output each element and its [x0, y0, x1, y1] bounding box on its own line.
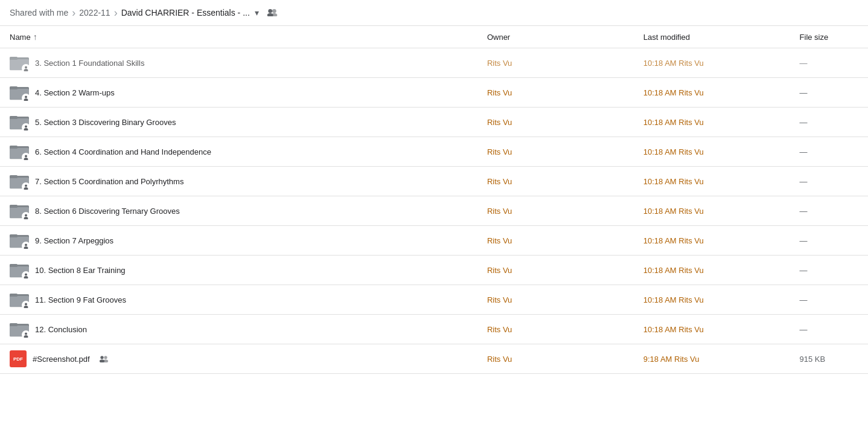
owner-cell: Rits Vu — [477, 48, 634, 78]
svg-point-39 — [24, 217, 28, 219]
breadcrumb: Shared with me › 2022-11 › David CHARRIE… — [0, 0, 868, 26]
file-name-label: #Screenshot.pdf — [33, 355, 90, 364]
modified-cell: 10:18 AM Rits Vu — [634, 167, 790, 196]
size-cell: — — [790, 256, 868, 285]
breadcrumb-dropdown-icon[interactable]: ▾ — [255, 8, 259, 18]
breadcrumb-2022-11[interactable]: 2022-11 — [79, 8, 110, 18]
svg-point-15 — [24, 98, 28, 101]
name-cell: 11. Section 9 Fat Grooves — [0, 285, 477, 315]
svg-point-62 — [25, 333, 27, 335]
breadcrumb-sep-1: › — [72, 7, 75, 18]
svg-rect-25 — [10, 146, 18, 149]
svg-point-38 — [25, 214, 27, 217]
name-cell: 8. Section 6 Discovering Ternary Grooves — [0, 196, 477, 226]
modified-cell: 10:18 AM Rits Vu — [634, 196, 790, 226]
svg-rect-31 — [10, 175, 18, 178]
name-cell: 5. Section 3 Discovering Binary Grooves — [0, 108, 477, 137]
breadcrumb-current-folder: David CHARRIER - Essentials - ... — [121, 8, 250, 18]
folder-icon — [10, 291, 29, 308]
svg-rect-37 — [10, 205, 18, 208]
owner-cell: Rits Vu — [477, 196, 634, 226]
name-cell: 12. Conclusion — [0, 315, 477, 344]
size-cell: — — [790, 108, 868, 137]
file-name-label: 6. Section 4 Coordination and Hand Indep… — [35, 147, 211, 156]
table-row[interactable]: 7. Section 5 Coordination and Polyrhythm… — [0, 167, 868, 196]
pdf-icon: PDF — [10, 350, 27, 367]
size-cell: — — [790, 78, 868, 108]
file-name-label: 5. Section 3 Discovering Binary Grooves — [35, 118, 176, 127]
owner-cell: Rits Vu — [477, 315, 634, 344]
svg-point-57 — [24, 306, 28, 308]
owner-cell: Rits Vu — [477, 167, 634, 196]
file-name-label: 8. Section 6 Discovering Ternary Grooves — [35, 207, 180, 216]
folder-person-badge — [22, 271, 30, 280]
table-row[interactable]: 9. Section 7 ArpeggiosRits Vu10:18 AM Ri… — [0, 226, 868, 256]
svg-rect-61 — [10, 323, 18, 326]
file-name-label: 3. Section 1 Foundational Skills — [35, 59, 144, 68]
table-row[interactable]: 10. Section 8 Ear TrainingRits Vu10:18 A… — [0, 256, 868, 285]
size-cell: — — [790, 315, 868, 344]
th-owner[interactable]: Owner — [477, 26, 634, 48]
name-cell: 9. Section 7 Arpeggios — [0, 226, 477, 256]
svg-rect-55 — [10, 294, 18, 297]
svg-point-9 — [24, 69, 28, 71]
folder-person-badge — [22, 153, 30, 161]
svg-point-65 — [104, 356, 107, 359]
svg-point-0 — [268, 9, 272, 13]
th-name[interactable]: Name ↑ — [0, 26, 477, 48]
svg-point-45 — [24, 246, 28, 249]
svg-point-51 — [24, 276, 28, 278]
svg-point-50 — [25, 274, 27, 276]
table-row[interactable]: 6. Section 4 Coordination and Hand Indep… — [0, 137, 868, 167]
th-size[interactable]: File size — [790, 26, 868, 48]
table-row[interactable]: 11. Section 9 Fat GroovesRits Vu10:18 AM… — [0, 285, 868, 315]
folder-person-badge — [22, 330, 30, 339]
name-cell: 3. Section 1 Foundational Skills — [0, 48, 477, 78]
folder-icon — [10, 321, 29, 338]
svg-point-20 — [25, 126, 27, 128]
svg-point-44 — [25, 244, 27, 246]
svg-rect-49 — [10, 264, 18, 267]
owner-cell: Rits Vu — [477, 285, 634, 315]
th-modified[interactable]: Last modified — [634, 26, 790, 48]
modified-cell: 9:18 AM Rits Vu — [634, 344, 790, 374]
file-name-label: 10. Section 8 Ear Training — [35, 266, 126, 275]
svg-point-33 — [24, 187, 28, 190]
table-row[interactable]: 5. Section 3 Discovering Binary GroovesR… — [0, 108, 868, 137]
folder-icon — [10, 173, 29, 190]
svg-rect-7 — [10, 57, 18, 60]
size-cell: 915 KB — [790, 344, 868, 374]
svg-point-26 — [25, 155, 27, 158]
modified-cell: 10:18 AM Rits Vu — [634, 226, 790, 256]
file-name-label: 4. Section 2 Warm-ups — [35, 88, 115, 97]
size-cell: — — [790, 167, 868, 196]
svg-point-8 — [25, 66, 27, 69]
sort-asc-icon: ↑ — [33, 32, 37, 42]
name-cell: 7. Section 5 Coordination and Polyrhythm… — [0, 167, 477, 196]
svg-point-56 — [25, 303, 27, 306]
folder-icon — [10, 202, 29, 219]
breadcrumb-shared-with-me[interactable]: Shared with me — [10, 8, 68, 18]
owner-cell: Rits Vu — [477, 344, 634, 374]
owner-cell: Rits Vu — [477, 108, 634, 137]
size-cell: — — [790, 285, 868, 315]
owner-cell: Rits Vu — [477, 256, 634, 285]
table-row[interactable]: 3. Section 1 Foundational SkillsRits Vu1… — [0, 48, 868, 78]
file-table: Name ↑ Owner Last modified File size — [0, 26, 868, 374]
table-row[interactable]: PDF#Screenshot.pdf Rits Vu9:18 AM Rits V… — [0, 344, 868, 374]
name-cell: 4. Section 2 Warm-ups — [0, 78, 477, 108]
file-name-label: 12. Conclusion — [35, 325, 87, 334]
svg-point-64 — [100, 356, 103, 359]
table-row[interactable]: 8. Section 6 Discovering Ternary Grooves… — [0, 196, 868, 226]
modified-cell: 10:18 AM Rits Vu — [634, 256, 790, 285]
table-row[interactable]: 4. Section 2 Warm-upsRits Vu10:18 AM Rit… — [0, 78, 868, 108]
owner-cell: Rits Vu — [477, 137, 634, 167]
size-cell: — — [790, 137, 868, 167]
file-name-label: 7. Section 5 Coordination and Polyrhythm… — [35, 177, 183, 186]
svg-point-67 — [103, 359, 108, 362]
size-cell: — — [790, 226, 868, 256]
modified-cell: 10:18 AM Rits Vu — [634, 315, 790, 344]
table-row[interactable]: 12. ConclusionRits Vu10:18 AM Rits Vu— — [0, 315, 868, 344]
size-cell: — — [790, 48, 868, 78]
owner-cell: Rits Vu — [477, 226, 634, 256]
